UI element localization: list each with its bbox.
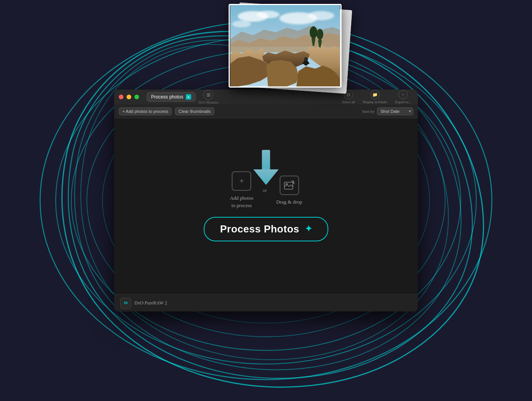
main-content: + Add photos to process or <box>114 118 418 294</box>
drop-arrow <box>254 150 279 187</box>
photo-stack <box>229 4 353 97</box>
minimize-button[interactable] <box>127 95 131 99</box>
drag-drop-section[interactable]: Drag & drop <box>276 176 302 205</box>
svg-point-15 <box>317 29 323 39</box>
app-window: Process photos + ⊞ DxO Modules ⊡ Select … <box>114 90 418 311</box>
logo-area: PR DxO PureRAW 2 <box>120 298 167 309</box>
secondary-toolbar: + Add photos to process Clear thumbnails… <box>114 104 418 118</box>
process-photos-main-btn[interactable]: Process Photos ✦ <box>204 217 328 241</box>
svg-point-17 <box>304 57 308 61</box>
add-photos-icon: + <box>232 171 251 191</box>
svg-point-14 <box>310 26 317 38</box>
close-button[interactable] <box>119 95 123 99</box>
bottom-bar: PR DxO PureRAW 2 <box>114 294 418 311</box>
sort-label: Sort by <box>362 109 375 114</box>
photo-card-front <box>229 4 342 88</box>
process-photos-tab-btn[interactable]: Process photos + <box>147 92 196 102</box>
sort-area: Sort by Shot Date File Name Date Added <box>362 107 413 115</box>
dxo-modules-icon[interactable]: ⊞ <box>203 90 213 100</box>
add-photos-btn[interactable]: + Add photos to process <box>119 107 172 115</box>
pr-badge: PR <box>120 298 131 309</box>
tab-label: Process photos <box>151 94 183 100</box>
svg-rect-18 <box>262 150 270 171</box>
maximize-button[interactable] <box>134 95 139 99</box>
process-photos-main-label: Process Photos <box>220 223 299 235</box>
clear-thumbnails-btn[interactable]: Clear thumbnails <box>175 107 214 115</box>
display-in-finder-btn[interactable]: 📁 Display in Finder <box>361 89 390 105</box>
drag-drop-icon <box>280 176 299 195</box>
sort-select[interactable]: Shot Date File Name Date Added <box>377 107 413 115</box>
svg-point-12 <box>308 11 334 20</box>
export-to-btn[interactable]: ↑ Export to... <box>393 89 414 105</box>
sparkle-icon: ✦ <box>305 224 312 234</box>
add-photos-label: Add photos to process <box>230 195 253 209</box>
svg-point-13 <box>232 21 251 27</box>
sort-select-wrapper: Shot Date File Name Date Added <box>377 107 413 115</box>
svg-point-10 <box>257 11 279 18</box>
or-label: or <box>263 187 267 193</box>
add-photos-section[interactable]: + Add photos to process <box>230 171 253 209</box>
finder-icon: 📁 <box>370 90 380 99</box>
dxo-modules-label: DxO Modules <box>199 100 218 104</box>
svg-marker-19 <box>254 169 279 185</box>
add-tab-icon: + <box>186 94 191 100</box>
export-icon: ↑ <box>398 90 408 99</box>
drag-drop-label: Drag & drop <box>276 199 302 205</box>
app-name-label: DxO PureRAW 2 <box>134 300 167 306</box>
